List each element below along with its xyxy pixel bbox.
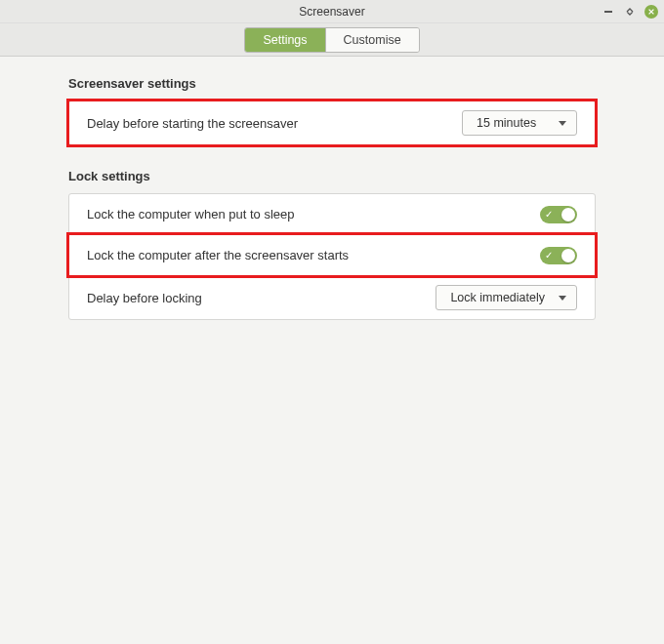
lock-after-ss-label: Lock the computer after the screensaver … (87, 248, 349, 262)
lock-sleep-row: Lock the computer when put to sleep ✓ (69, 194, 595, 235)
minimize-button[interactable] (602, 5, 615, 19)
lock-sleep-label: Lock the computer when put to sleep (87, 207, 294, 221)
lock-delay-row: Delay before locking Lock immediately (69, 276, 595, 319)
window-controls (602, 0, 658, 22)
chevron-down-icon (559, 296, 566, 301)
lock-delay-value: Lock immediately (450, 291, 545, 304)
toggle-knob (561, 208, 575, 221)
check-icon: ✓ (545, 210, 553, 220)
maximize-button[interactable] (623, 5, 637, 19)
toggle-knob (561, 249, 575, 262)
lock-delay-dropdown[interactable]: Lock immediately (436, 285, 577, 310)
lock-section: Lock the computer when put to sleep ✓ Lo… (68, 193, 596, 320)
check-icon: ✓ (545, 251, 553, 261)
lock-after-ss-toggle[interactable]: ✓ (540, 247, 577, 264)
tab-customise[interactable]: Customise (326, 28, 419, 52)
lock-sleep-toggle[interactable]: ✓ (540, 206, 577, 223)
close-button[interactable] (644, 5, 658, 19)
screensaver-delay-row: Delay before starting the screensaver 15… (69, 101, 595, 144)
chevron-down-icon (559, 121, 566, 126)
window-title: Screensaver (299, 5, 364, 19)
lock-section-title: Lock settings (68, 169, 596, 183)
screensaver-section: Delay before starting the screensaver 15… (68, 101, 596, 145)
lock-delay-label: Delay before locking (87, 291, 202, 305)
lock-after-ss-row: Lock the computer after the screensaver … (69, 235, 595, 276)
tab-settings[interactable]: Settings (245, 28, 325, 52)
screensaver-delay-value: 15 minutes (477, 116, 536, 130)
screensaver-delay-label: Delay before starting the screensaver (87, 116, 298, 131)
content-area: Screensaver settings Delay before starti… (0, 57, 664, 363)
tab-group: Settings Customise (244, 27, 419, 53)
screensaver-section-title: Screensaver settings (68, 76, 596, 91)
screensaver-delay-dropdown[interactable]: 15 minutes (462, 110, 577, 136)
titlebar: Screensaver (0, 0, 664, 23)
tabbar: Settings Customise (0, 23, 664, 57)
